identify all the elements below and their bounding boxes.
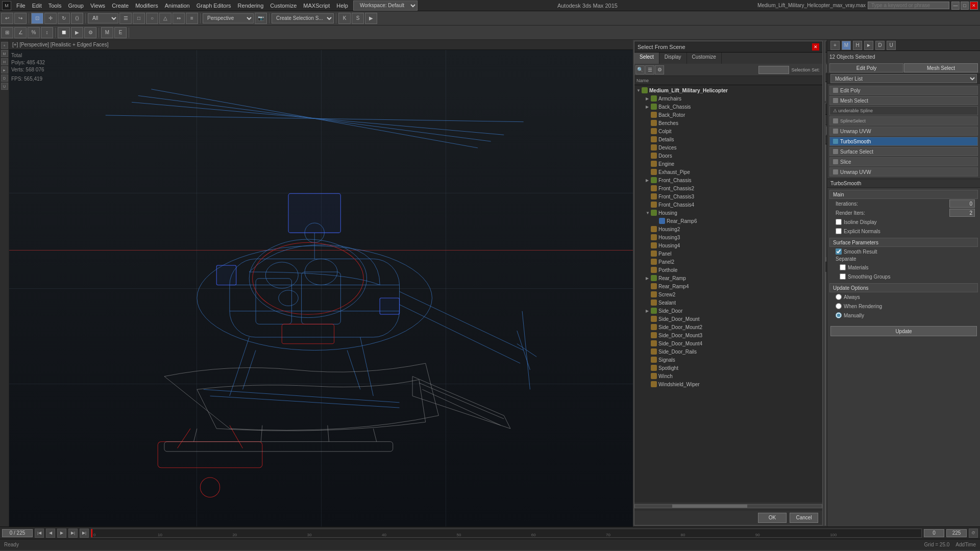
scale-button[interactable]: ⟨⟩: [71, 13, 83, 24]
tree-item-benches[interactable]: Benches: [635, 119, 821, 127]
prev-frame-button[interactable]: ◀: [46, 529, 55, 538]
play-button[interactable]: ▶: [57, 529, 66, 538]
update-section-title[interactable]: Update Options: [829, 283, 978, 292]
menu-tools[interactable]: Tools: [45, 2, 65, 10]
minimize-button[interactable]: —: [951, 2, 960, 10]
left-btn-display[interactable]: D: [1, 74, 8, 82]
mod-row-mesh-select[interactable]: Mesh Select: [829, 96, 978, 105]
search-input[interactable]: [868, 2, 949, 9]
quick-render-button[interactable]: ▶: [71, 27, 83, 38]
mp-create-icon[interactable]: +: [830, 41, 840, 50]
smooth-result-checkbox[interactable]: [836, 248, 842, 255]
menu-rendering[interactable]: Rendering: [235, 2, 267, 10]
tree-item-side-door-rails[interactable]: Side_Door_Rails: [635, 347, 821, 356]
tree-item-housing2[interactable]: Housing2: [635, 225, 821, 233]
ssd-filter-button[interactable]: ☰: [645, 65, 654, 74]
ssd-header[interactable]: Select From Scene ✕: [634, 41, 822, 53]
tree-item-side-door-mount3[interactable]: Side_Door_Mount3: [635, 331, 821, 339]
when-rendering-radio[interactable]: [836, 303, 842, 309]
select-circle-button[interactable]: ○: [146, 13, 158, 24]
ssd-close-button[interactable]: ✕: [812, 43, 819, 51]
mod-row-edit-poly[interactable]: Edit Poly: [829, 86, 978, 95]
start-frame-input[interactable]: [924, 529, 944, 537]
tree-item-front-chassis4[interactable]: Front_Chassis4: [635, 201, 821, 209]
ssd-tab-select[interactable]: Select: [634, 53, 659, 64]
menu-help[interactable]: Help: [333, 2, 351, 10]
viewport[interactable]: [+] [Perspective] [Realistic + Edged Fac…: [9, 40, 633, 527]
play-button[interactable]: ▶: [365, 13, 377, 24]
workspace-dropdown[interactable]: Workspace: Default: [353, 1, 418, 11]
tree-item-housing4[interactable]: Housing4: [635, 241, 821, 249]
ssd-cancel-button[interactable]: Cancel: [790, 513, 818, 523]
menu-views[interactable]: Views: [87, 2, 108, 10]
menu-graph-editors[interactable]: Graph Editors: [193, 2, 234, 10]
left-btn-create[interactable]: +: [1, 42, 8, 49]
viewport-canvas[interactable]: Total Polys: 485 432 Verts: 568 076 FPS:…: [9, 50, 633, 527]
move-button[interactable]: ✛: [44, 13, 57, 24]
tree-item-colpit[interactable]: Colpit: [635, 127, 821, 135]
menu-animation[interactable]: Animation: [162, 2, 193, 10]
ssd-hscroll-thumb[interactable]: [672, 505, 747, 508]
tree-item-rear-ramp6[interactable]: Rear_Ramp6: [635, 217, 821, 225]
tree-item-signals[interactable]: Signals: [635, 356, 821, 364]
mp-utilities-icon[interactable]: U: [887, 41, 896, 50]
mod-row-slice[interactable]: Slice: [829, 157, 978, 166]
material-editor-button[interactable]: M: [101, 27, 113, 38]
frame-display[interactable]: [2, 529, 33, 537]
timeline-track[interactable]: 0 10 20 30 40 50 60 70 80 90 100: [91, 529, 922, 538]
next-frame-button[interactable]: ▶|: [68, 529, 78, 538]
ssd-scrollbar[interactable]: [634, 503, 822, 510]
undo-button[interactable]: ↩: [1, 13, 13, 24]
tree-item-back-chassis[interactable]: ▶ Back_Chassis: [635, 103, 821, 111]
update-button[interactable]: Update: [830, 326, 977, 336]
setkey-button[interactable]: S: [352, 13, 364, 24]
mod-row-turbosmooth[interactable]: TurboSmooth: [829, 137, 978, 146]
tree-item-front-chassis3[interactable]: Front_Chassis3: [635, 192, 821, 201]
ssd-search-input[interactable]: [758, 66, 789, 74]
start-frame-button[interactable]: |◀: [35, 529, 44, 538]
mod-row-uvw2[interactable]: Unwrap UVW: [829, 167, 978, 177]
menu-create[interactable]: Create: [109, 2, 132, 10]
tree-item-porthole[interactable]: Porthole: [635, 266, 821, 274]
menu-maxscript[interactable]: MAXScript: [300, 2, 333, 10]
create-selection-dropdown[interactable]: Create Selection S...: [272, 13, 334, 23]
tree-item-rear-ramp[interactable]: ▶ Rear_Ramp: [635, 274, 821, 282]
render-env-button[interactable]: E: [114, 27, 127, 38]
end-frame-input[interactable]: [946, 529, 967, 537]
mp-display-icon[interactable]: D: [875, 41, 885, 50]
tree-item-front-chassis[interactable]: ▶ Front_Chassis: [635, 176, 821, 184]
tree-item-details[interactable]: Details: [635, 135, 821, 143]
tree-item-side-door-mount2[interactable]: Side_Door_Mount2: [635, 323, 821, 331]
at-hscrollbar[interactable]: [825, 257, 826, 261]
tree-item-panel[interactable]: Panel: [635, 249, 821, 258]
rotate-button[interactable]: ↻: [58, 13, 70, 24]
tree-item-doors[interactable]: Doors: [635, 152, 821, 160]
tree-item-sealant[interactable]: Sealant: [635, 298, 821, 307]
left-btn-modify[interactable]: M: [1, 50, 8, 57]
close-button[interactable]: ✕: [970, 2, 978, 10]
render-iters-input[interactable]: [949, 209, 975, 217]
spinner-snap-button[interactable]: ↕: [41, 27, 53, 38]
tree-item-armchairs[interactable]: ▶ Armchairs: [635, 94, 821, 103]
ssd-options-button[interactable]: ⚙: [655, 65, 664, 74]
select-by-name-button[interactable]: ☰: [119, 13, 132, 24]
tree-item-housing3[interactable]: Housing3: [635, 233, 821, 241]
select-button[interactable]: ⊡: [31, 13, 43, 24]
tree-item-spotlight[interactable]: Spotlight: [635, 364, 821, 372]
ssd-tree[interactable]: ▼ Medium_Lift_Military_Helicopter ▶ Armc…: [634, 85, 822, 503]
select-fence-button[interactable]: △: [159, 13, 172, 24]
maximize-button[interactable]: □: [961, 2, 969, 10]
angle-snap-button[interactable]: ∠: [14, 27, 27, 38]
explicit-checkbox[interactable]: [836, 228, 842, 234]
left-btn-utilities[interactable]: U: [1, 83, 8, 90]
menu-edit[interactable]: Edit: [29, 2, 45, 10]
render-setup-button[interactable]: ⚙: [84, 27, 96, 38]
tree-item-side-door-mount[interactable]: Side_Door_Mount: [635, 315, 821, 323]
mp-hierarchy-icon[interactable]: H: [853, 41, 862, 50]
ssd-tab-customize[interactable]: Customize: [687, 53, 722, 64]
tree-item-side-door[interactable]: ▶ Side_Door: [635, 307, 821, 315]
tree-item-screw2[interactable]: Screw2: [635, 290, 821, 298]
ssd-hscrollbar[interactable]: [634, 504, 822, 508]
modifier-list-dropdown[interactable]: Modifier List: [830, 74, 977, 83]
tree-item-side-door-mount4[interactable]: Side_Door_Mount4: [635, 339, 821, 347]
